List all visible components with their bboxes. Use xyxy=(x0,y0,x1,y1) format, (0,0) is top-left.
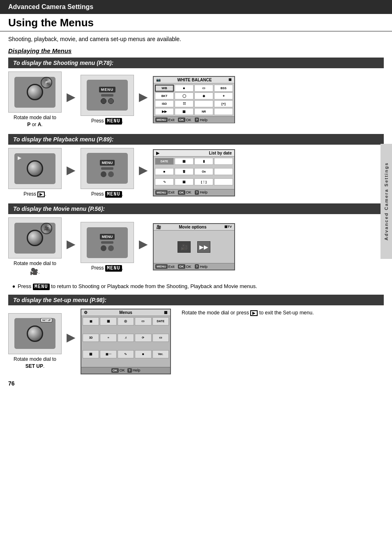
pb-cell-2: ▩ xyxy=(175,158,194,165)
playback-button-icon[interactable]: ▶ xyxy=(37,192,45,197)
movie-footer-help: ? Help xyxy=(195,264,208,269)
setup-banner: To display the Set-up menu (P.98): xyxy=(8,295,384,305)
playback-step2: MENU Press MENU. xyxy=(81,148,134,198)
pb-cell-blank3 xyxy=(214,178,233,185)
wb-cell-stack: ☷ xyxy=(175,100,194,107)
shooting-step2-caption: Press MENU. xyxy=(91,118,123,125)
movie-mode-title-icon: 🎥 xyxy=(156,225,161,229)
footer-exit-label: Exit xyxy=(168,118,175,122)
pb-footer-ok: OK OK xyxy=(178,190,191,195)
wb-cell-nr: NR xyxy=(194,108,213,115)
playback-menu-screen: ▶ List by date DATE ▩ ▮ ■ 🗑 On ∿ ▩ xyxy=(153,149,235,196)
wb-camera-mode: 📷 xyxy=(156,78,161,82)
setup-footer-help-label: Help xyxy=(133,368,141,372)
pb-cell-wave: ∿ xyxy=(155,178,174,185)
playback-mode-icon: ▶ xyxy=(18,155,21,161)
setup-dial-image: SET UP xyxy=(8,313,62,354)
mode-dial-movie: 🎥 xyxy=(41,223,52,234)
wb-title: 📷 WHITE BALANCE ▦ xyxy=(154,77,234,83)
shooting-step2: MENU Press MENU. xyxy=(81,75,134,125)
setup-title-text: Menus xyxy=(119,310,132,315)
pb-cell-9: ▩ xyxy=(175,178,194,185)
movie-banner-text: To display the Movie menu xyxy=(13,205,88,212)
menu-button-image: MENU xyxy=(81,75,134,116)
setup-note: Rotate the mode dial or press ▶ to exit … xyxy=(175,309,384,317)
setup-note-text: Rotate the mode dial or press ▶ to exit … xyxy=(182,309,384,317)
setup-footer-ok-btn: OK xyxy=(111,368,119,373)
sc1: ▩ xyxy=(83,317,99,325)
playback-title-text: List by date xyxy=(209,151,232,155)
header-bar: Advanced Camera Settings xyxy=(0,0,392,14)
pb-cell-date: DATE xyxy=(155,158,174,165)
camera-controls xyxy=(101,98,114,104)
setup-label-overlay: SET UP xyxy=(41,318,52,322)
playback-lens xyxy=(27,160,43,177)
shooting-screen: 📷 WHITE BALANCE ▦ WB ■ ▭ BSS BKT ◯ ◆ ⌖ I… xyxy=(153,76,235,123)
setup-screen-container: ⚙ Menus ▦ ▩ ▦ ◎ ▭ DATE 3D ≡ ♬ xyxy=(81,309,171,374)
white-balance-screen: 📷 WHITE BALANCE ▦ WB ■ ▭ BSS BKT ◯ ◆ ⌖ I… xyxy=(153,76,235,123)
mode-dial-p: P xyxy=(41,77,52,88)
wb-cell-expand: [+] xyxy=(214,100,233,107)
movie-menu-btn: MENU xyxy=(100,234,115,240)
footer-help-btn: ? xyxy=(195,118,199,122)
pb-footer-help-label: Help xyxy=(200,190,208,194)
movie-controls xyxy=(101,245,114,251)
sc12: ▦⋯ xyxy=(100,350,116,358)
movie-menu-bar xyxy=(101,241,113,244)
wb-footer: MENU Exit OK OK ? Help xyxy=(154,116,234,123)
wb-cell-circle: ◯ xyxy=(175,92,194,99)
setup-footer: OK OK ? Help xyxy=(81,367,170,374)
wb-cell-2: ■ xyxy=(175,85,194,92)
footer-menu: MENU Exit xyxy=(155,118,175,122)
shooting-steps: P Rotate mode dial to P or A. ▶ MENU xyxy=(8,72,384,128)
arrow4: ▶ xyxy=(139,163,148,182)
wb-cell-bss: BSS xyxy=(214,85,233,92)
playback-banner-suffix: (P.89): xyxy=(97,136,113,143)
movie-icon2: ▶▶ xyxy=(197,241,210,253)
setup-menu-screen: ⚙ Menus ▦ ▩ ▦ ◎ ▭ DATE 3D ≡ ♬ xyxy=(81,309,171,374)
setup-banner-suffix: (P.98): xyxy=(90,297,106,303)
arrow3: ▶ xyxy=(67,163,76,182)
setup-banner-text: To display the Set-up menu xyxy=(13,297,90,303)
pb-ctrl2 xyxy=(108,171,114,177)
footer-ok-label: OK xyxy=(186,118,191,122)
bullet-symbol: • xyxy=(12,282,15,291)
menu-label-playback: MENU xyxy=(105,191,122,198)
wb-cell-grid: ⁤ xyxy=(194,100,213,107)
pb-ctrl1 xyxy=(101,171,106,177)
setup-playback-btn[interactable]: ▶ xyxy=(250,310,258,316)
shooting-dial-image: P xyxy=(8,72,62,113)
setup-footer-help: ? Help xyxy=(127,368,140,373)
pb-footer-menu: MENU Exit xyxy=(155,190,175,195)
arrow1: ▶ xyxy=(67,90,76,109)
movie-res-icon: ▦TV xyxy=(224,225,232,229)
playback-step1: ▶ Press ▶. xyxy=(8,148,62,198)
pb-cell-on: On xyxy=(194,168,213,175)
playback-dial-image: ▶ xyxy=(8,148,62,189)
pb-footer-ok-btn: OK xyxy=(178,190,185,195)
playback-controls xyxy=(101,171,114,177)
playback-mode-indicator: ▶ xyxy=(156,151,159,155)
pb-cell-trash: 🗑 xyxy=(175,168,194,175)
movie-footer-ok-btn: OK xyxy=(178,264,185,269)
setup-step1-caption: Rotate mode dial to SET UP. xyxy=(14,356,56,370)
sc11: ▩ xyxy=(83,350,99,358)
playback-menu-btn: MENU xyxy=(100,160,115,166)
bullet-note-text: Press MENU to return to Shooting or Play… xyxy=(18,282,257,291)
setup-screen-title: ⚙ Menus ▦ xyxy=(81,309,170,316)
setup-footer-ok: OK OK xyxy=(111,368,125,373)
arrow2: ▶ xyxy=(139,90,148,109)
wb-cell-target: ⌖ xyxy=(214,92,233,99)
movie-footer-ok: OK OK xyxy=(178,264,191,269)
movie-dial-image: 🎥 xyxy=(8,217,62,258)
shooting-step1: P Rotate mode dial to P or A. xyxy=(8,72,62,128)
playback-menu-button-image: MENU xyxy=(81,148,134,189)
pb-cell-3: ▮ xyxy=(194,158,213,165)
section-heading: Displaying the Menus xyxy=(8,47,384,54)
playback-screen: ▶ List by date DATE ▩ ▮ ■ 🗑 On ∿ ▩ xyxy=(153,149,235,196)
setup-left: SET UP Rotate mode dial to SET UP. ▶ ⚙ xyxy=(8,309,171,374)
arrow5: ▶ xyxy=(67,237,76,256)
movie-footer-exit: Exit xyxy=(168,265,175,269)
movie-steps: 🎥 Rotate mode dial to 🎥. ▶ MENU xyxy=(8,217,384,276)
movie-menu-button-image: MENU xyxy=(81,222,134,263)
